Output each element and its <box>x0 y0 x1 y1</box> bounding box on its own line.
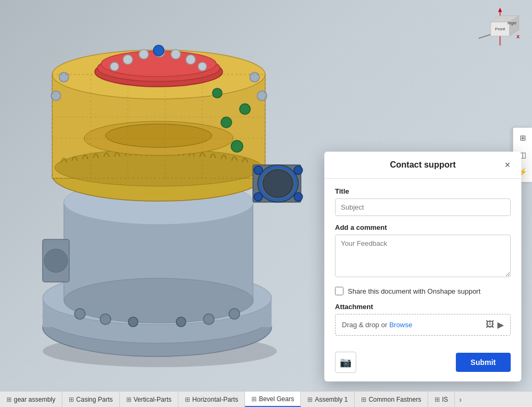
svg-text:Front: Front <box>495 27 505 31</box>
svg-point-32 <box>59 72 69 82</box>
gear-assembly-illustration <box>11 11 314 383</box>
tab-label-common-fastners: Common Fastners <box>369 396 421 403</box>
tab-label-casing-parts: Casing Parts <box>76 396 113 403</box>
svg-point-37 <box>231 140 243 152</box>
tab-item-horizontal-parts[interactable]: ⊞ Horizontal-Parts <box>178 392 245 407</box>
svg-point-15 <box>44 249 68 272</box>
tab-icon-gear-assembly: ⊞ <box>6 396 12 403</box>
contact-support-modal: Contact support × Title Add a comment Sh… <box>324 152 521 381</box>
attachment-icons: 🖼 ▶ <box>486 320 504 330</box>
tab-label-is: IS <box>442 396 448 403</box>
title-form-group: Title <box>335 187 511 216</box>
tab-scroll-right[interactable]: › <box>455 392 466 407</box>
tab-icon-assembly-1: ⊞ <box>307 396 313 403</box>
comment-label: Add a comment <box>335 223 511 231</box>
attachment-dropzone[interactable]: Drag & drop or Browse 🖼 ▶ <box>335 314 511 336</box>
svg-point-21 <box>105 124 212 147</box>
svg-point-9 <box>100 314 111 325</box>
view-cube[interactable]: Front Right X <box>479 5 521 48</box>
3d-viewport: Front Right X ⊞ ◫ ⚡ Contact support × Ti… <box>0 0 532 407</box>
svg-point-42 <box>263 170 293 197</box>
tab-label-horizontal-parts: Horizontal-Parts <box>192 396 238 403</box>
svg-point-55 <box>153 45 164 56</box>
tab-icon-horizontal-parts: ⊞ <box>185 396 190 403</box>
svg-text:Right: Right <box>508 21 517 26</box>
svg-point-29 <box>186 55 195 64</box>
browse-link[interactable]: Browse <box>389 321 412 329</box>
image-icon: 🖼 <box>486 320 494 330</box>
svg-point-44 <box>254 166 263 175</box>
title-label: Title <box>335 187 511 195</box>
svg-point-10 <box>128 317 138 327</box>
svg-point-13 <box>229 309 240 319</box>
video-icon: ▶ <box>497 320 504 330</box>
svg-point-31 <box>198 62 207 71</box>
svg-marker-57 <box>498 7 502 12</box>
svg-point-8 <box>75 309 85 319</box>
svg-point-47 <box>294 193 302 201</box>
svg-point-7 <box>64 278 253 323</box>
tab-label-assembly-1: Assembly 1 <box>315 396 348 403</box>
svg-point-39 <box>212 88 222 98</box>
comment-textarea[interactable] <box>335 235 511 277</box>
screenshot-button[interactable]: 📷 <box>335 352 356 373</box>
share-checkbox[interactable] <box>335 287 343 295</box>
modal-footer: 📷 Submit <box>324 352 521 381</box>
tab-item-common-fastners[interactable]: ⊞ Common Fastners <box>355 392 428 407</box>
svg-point-26 <box>139 49 149 59</box>
title-input[interactable] <box>335 198 511 216</box>
modal-title: Contact support <box>390 160 456 170</box>
modal-body: Title Add a comment Share this document … <box>324 179 521 352</box>
svg-point-30 <box>110 62 119 71</box>
tab-icon-bevel-gears: ⊞ <box>251 395 257 403</box>
tab-item-gear-assembly[interactable]: ⊞ gear assembly <box>0 392 62 407</box>
svg-point-25 <box>123 55 133 64</box>
submit-button[interactable]: Submit <box>456 353 511 372</box>
svg-point-36 <box>221 117 232 128</box>
svg-point-12 <box>203 314 214 325</box>
tab-bar: ⊞ gear assembly ⊞ Casing Parts ⊞ Vertica… <box>0 391 532 407</box>
svg-point-46 <box>254 193 263 201</box>
tab-label-bevel-gears: Bevel Gears <box>259 395 294 403</box>
tab-label-gear-assembly: gear assembly <box>14 396 55 403</box>
tab-item-vertical-parts[interactable]: ⊞ Vertical-Parts <box>120 392 178 407</box>
attachment-drag-text: Drag & drop or Browse <box>342 321 486 329</box>
tab-item-assembly-1[interactable]: ⊞ Assembly 1 <box>301 392 355 407</box>
svg-point-11 <box>176 317 186 327</box>
tab-label-vertical-parts: Vertical-Parts <box>134 396 171 403</box>
tab-item-is[interactable]: ⊞ IS <box>428 392 455 407</box>
svg-point-34 <box>51 91 61 101</box>
share-checkbox-label: Share this document with Onshape support <box>348 287 480 295</box>
share-checkbox-row: Share this document with Onshape support <box>335 287 511 295</box>
tab-item-bevel-gears[interactable]: ⊞ Bevel Gears <box>245 392 301 407</box>
tab-icon-casing-parts: ⊞ <box>69 396 74 403</box>
attachment-section: Attachment Drag & drop or Browse 🖼 ▶ <box>335 303 511 336</box>
tab-icon-vertical-parts: ⊞ <box>126 396 132 403</box>
modal-header: Contact support × <box>324 152 521 179</box>
svg-point-33 <box>250 72 259 82</box>
svg-point-28 <box>171 49 181 59</box>
tab-item-casing-parts[interactable]: ⊞ Casing Parts <box>62 392 120 407</box>
tab-icon-common-fastners: ⊞ <box>361 396 366 403</box>
comment-form-group: Add a comment <box>335 223 511 279</box>
toolbar-grid-btn[interactable]: ⊞ <box>515 130 531 146</box>
attachment-label: Attachment <box>335 303 511 311</box>
close-button[interactable]: × <box>501 159 514 171</box>
svg-point-45 <box>294 166 302 175</box>
svg-point-38 <box>240 104 250 114</box>
svg-text:X: X <box>517 34 520 39</box>
tab-icon-is: ⊞ <box>435 396 440 403</box>
